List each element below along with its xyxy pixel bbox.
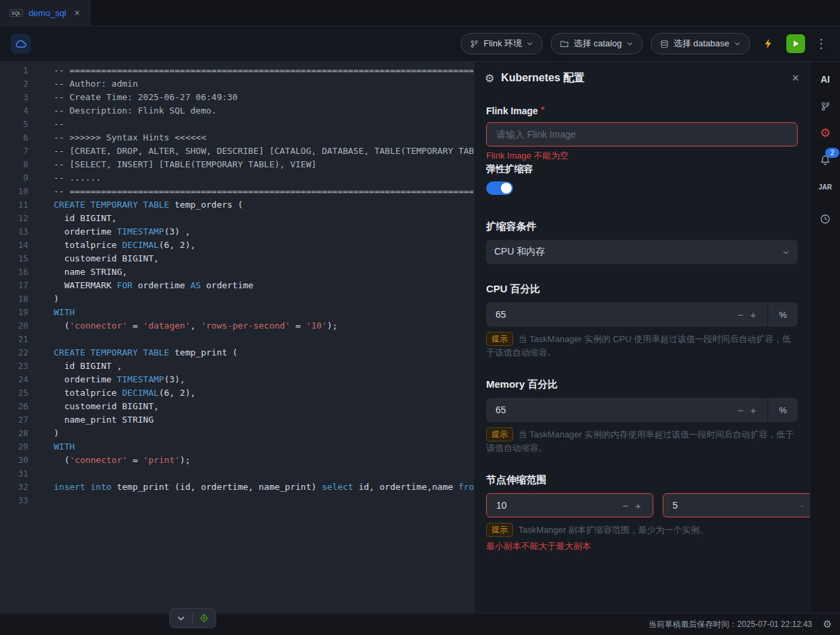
code-line: customerid BIGINT,: [54, 400, 473, 413]
code-line: WITH: [54, 440, 473, 454]
code-line: ): [54, 427, 473, 440]
code-line: -- Description: Flink SQL demo.: [54, 104, 473, 118]
minus-icon[interactable]: −: [619, 500, 632, 511]
hint-tag: 提示: [486, 332, 513, 346]
tab-close-icon[interactable]: ×: [75, 7, 80, 18]
memory-percent-group: − + %: [486, 398, 798, 422]
toggle-knob: [501, 183, 512, 194]
code-line: -- [CREATE, DROP, ALTER, SHOW, DESCRIBE]…: [54, 144, 473, 158]
flink-env-select-button[interactable]: Flink 环境: [461, 33, 543, 54]
code-line: CREATE TEMPORARY TABLE temp_orders (: [54, 198, 473, 212]
toolbar: Flink 环境 选择 catalog 选择 database: [0, 26, 840, 62]
minus-icon[interactable]: −: [734, 309, 747, 321]
line-number: 20: [0, 319, 39, 333]
flink-env-label: Flink 环境: [483, 38, 522, 50]
line-number: 18: [0, 292, 39, 306]
range-min-field: − +: [486, 493, 653, 517]
line-number: 31: [0, 467, 39, 480]
sql-editor: 1234567891011121314151617181920212223242…: [0, 62, 473, 613]
collapse-console-button[interactable]: [177, 614, 185, 623]
line-number: 1: [0, 64, 39, 77]
database-label: 选择 database: [673, 38, 729, 50]
required-asterisk: *: [541, 105, 545, 116]
code-line: name_print STRING: [54, 413, 473, 427]
line-number: 26: [0, 400, 39, 413]
connection-status-button[interactable]: [11, 34, 31, 54]
minus-icon[interactable]: −: [734, 405, 747, 416]
save-time-text: 当前草稿最后保存时间：2025-07-01 22:12:43: [649, 619, 812, 630]
rail-branch-button[interactable]: [814, 95, 836, 117]
scaling-condition-select[interactable]: CPU 和内存: [486, 240, 798, 264]
panel-close-icon[interactable]: ×: [792, 72, 799, 84]
line-number: 28: [0, 427, 39, 440]
minus-icon[interactable]: −: [796, 500, 808, 511]
lightning-icon: [763, 38, 774, 49]
code-line: id BIGINT,: [54, 212, 473, 225]
range-max-input[interactable]: [671, 499, 796, 511]
plus-icon[interactable]: +: [747, 405, 759, 416]
line-number: 6: [0, 131, 39, 144]
rail-history-button[interactable]: [814, 208, 836, 230]
line-number: 11: [0, 198, 39, 212]
plus-icon[interactable]: +: [632, 500, 645, 511]
elastic-scaling-label: 弹性扩缩容: [486, 163, 798, 175]
editor-code[interactable]: -- =====================================…: [39, 62, 473, 613]
line-number: 8: [0, 158, 39, 171]
play-icon: [792, 40, 800, 48]
app-window: SQL demo_sql × Flink 环境 选择 catalog: [0, 0, 840, 635]
code-line: ordertime TIMESTAMP(3),: [54, 373, 473, 386]
clock-icon: [820, 214, 831, 224]
line-number: 3: [0, 91, 39, 104]
panel-body: Flink Image* Flink Image 不能为空 弹性扩缩容 扩缩容条…: [474, 94, 810, 613]
flink-image-input[interactable]: [495, 128, 789, 140]
percent-unit-addon[interactable]: %: [767, 302, 798, 327]
line-number: 7: [0, 144, 39, 158]
run-button[interactable]: [786, 34, 805, 53]
line-number: 23: [0, 359, 39, 373]
chevron-down-icon: [626, 40, 633, 47]
memory-hint: 提示当 TaskManager 实例的内存使用率超过该值一段时间后自动扩容，低于…: [486, 427, 798, 455]
tab-demo-sql[interactable]: SQL demo_sql ×: [0, 0, 90, 26]
line-number: 33: [0, 494, 39, 507]
rail-notifications-button[interactable]: 2: [814, 149, 836, 171]
quick-execute-button[interactable]: [758, 34, 778, 54]
line-number: 25: [0, 386, 39, 400]
elastic-scaling-toggle[interactable]: [486, 181, 513, 195]
locate-cursor-button[interactable]: [199, 613, 209, 623]
percent-unit-addon[interactable]: %: [767, 398, 798, 422]
line-number: 22: [0, 346, 39, 359]
more-actions-button[interactable]: ⋮: [813, 34, 829, 54]
cloud-icon: [15, 39, 27, 48]
line-number: 15: [0, 252, 39, 265]
settings-gear-icon[interactable]: ⚙: [823, 618, 832, 630]
kubernetes-config-panel: ⚙ Kubernetes 配置 × Flink Image* Flink Ima…: [473, 62, 810, 613]
range-hint-text: TaskManger 副本扩缩容范围，最少为一个实例。: [518, 525, 708, 535]
catalog-select-button[interactable]: 选择 catalog: [551, 33, 643, 54]
database-icon: [660, 40, 669, 48]
catalog-label: 选择 catalog: [573, 38, 622, 50]
cpu-percent-input[interactable]: [494, 308, 734, 321]
range-min-input[interactable]: [495, 499, 619, 511]
database-select-button[interactable]: 选择 database: [651, 33, 750, 54]
line-number: 2: [0, 77, 39, 91]
cpu-percent-group: − + %: [486, 302, 798, 327]
memory-percent-input[interactable]: [494, 404, 734, 416]
status-bar: 当前草稿最后保存时间：2025-07-01 22:12:43 ⚙: [0, 613, 840, 635]
cpu-percent-field: − +: [486, 302, 767, 327]
code-line: WATERMARK FOR ordertime AS ordertime: [54, 279, 473, 292]
sql-file-icon: SQL: [9, 9, 23, 17]
code-line: -- Create Time: 2025-06-27 06:49:30: [54, 91, 473, 104]
code-line: ('connector' = 'print');: [54, 454, 473, 467]
plus-icon[interactable]: +: [747, 309, 759, 321]
rail-kubernetes-config-button[interactable]: ⚙: [814, 122, 836, 144]
right-rail: AI ⚙ 2 JAR: [810, 62, 840, 613]
code-line: totalprice DECIMAL(6, 2),: [54, 386, 473, 400]
code-line: --: [54, 118, 473, 131]
code-line: [54, 333, 473, 346]
rail-jar-button[interactable]: JAR: [814, 176, 836, 198]
tab-title: demo_sql: [28, 8, 66, 18]
rail-ai-button[interactable]: AI: [814, 69, 836, 90]
node-range-row: − + − +: [486, 493, 798, 517]
cpu-hint-text: 当 TaskManager 实例的 CPU 使用率超过该值一段时间后自动扩容，低…: [486, 334, 791, 357]
line-number: 29: [0, 440, 39, 454]
